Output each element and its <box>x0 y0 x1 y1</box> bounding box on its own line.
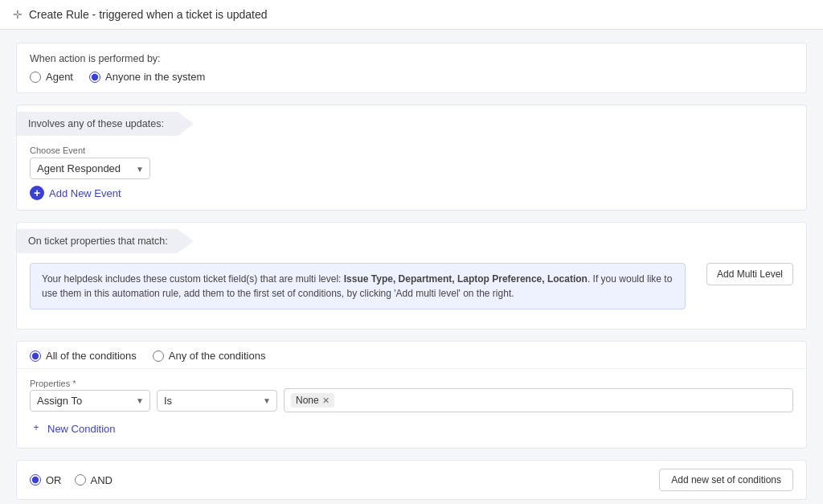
new-condition-button[interactable]: + New Condition <box>30 417 116 440</box>
none-badge-text: None <box>296 395 319 406</box>
radio-and[interactable]: AND <box>75 474 113 486</box>
add-event-label: Add New Event <box>49 187 121 199</box>
matching-value-input[interactable]: None ✕ <box>284 388 793 412</box>
page-header: ✛ Create Rule - triggered when a ticket … <box>0 0 823 30</box>
when-action-section: When action is performed by: Agent Anyon… <box>16 43 807 93</box>
event-label: Choose Event <box>30 145 793 155</box>
conditions-section: All of the conditions Any of the conditi… <box>16 341 807 449</box>
add-multi-level-button[interactable]: Add Multi Level <box>706 263 793 285</box>
ticket-properties-section: On ticket properties that match: Your he… <box>16 222 807 330</box>
header-icon: ✛ <box>13 8 23 21</box>
bold-fields: Issue Type, Department, Laptop Preferenc… <box>344 273 588 285</box>
none-badge: None ✕ <box>291 393 334 408</box>
and-label: AND <box>91 474 113 486</box>
event-select-wrapper: Agent Responded ▼ <box>30 158 150 179</box>
none-close-icon[interactable]: ✕ <box>322 395 330 406</box>
any-conditions-label: Any of the conditions <box>169 350 266 362</box>
operator-select[interactable]: Is <box>157 390 277 412</box>
radio-anyone[interactable]: Anyone in the system <box>89 71 205 83</box>
new-condition-label: New Condition <box>47 423 116 435</box>
radio-agent[interactable]: Agent <box>30 71 73 83</box>
property-select[interactable]: Assign To <box>30 390 150 412</box>
ticket-properties-info: Your helpdesk includes these custom tick… <box>30 263 686 309</box>
radio-all-conditions[interactable]: All of the conditions <box>30 350 137 362</box>
new-condition-plus-icon: + <box>30 422 43 435</box>
page-title: Create Rule - triggered when a ticket is… <box>29 8 268 21</box>
involves-section: Involves any of these updates: Choose Ev… <box>16 104 807 211</box>
all-conditions-label: All of the conditions <box>46 350 137 362</box>
add-event-button[interactable]: + Add New Event <box>30 186 121 200</box>
radio-or[interactable]: OR <box>30 474 62 486</box>
event-select[interactable]: Agent Responded <box>30 158 150 179</box>
properties-label: Properties * <box>30 379 150 388</box>
involves-header: Involves any of these updates: <box>17 112 194 136</box>
add-event-plus-icon: + <box>30 186 44 200</box>
ticket-properties-header: On ticket properties that match: <box>17 229 194 253</box>
when-action-label: When action is performed by: <box>30 53 793 64</box>
radio-any-conditions[interactable]: Any of the conditions <box>153 350 266 362</box>
or-and-row: OR AND Add new set of conditions <box>16 460 807 500</box>
operator-select-wrapper: Is ▼ <box>157 390 277 412</box>
info-text-start: Your helpdesk includes these custom tick… <box>42 273 344 285</box>
property-select-wrapper: Assign To ▼ <box>30 390 150 412</box>
add-set-button[interactable]: Add new set of conditions <box>659 469 793 491</box>
or-label: OR <box>46 474 62 486</box>
